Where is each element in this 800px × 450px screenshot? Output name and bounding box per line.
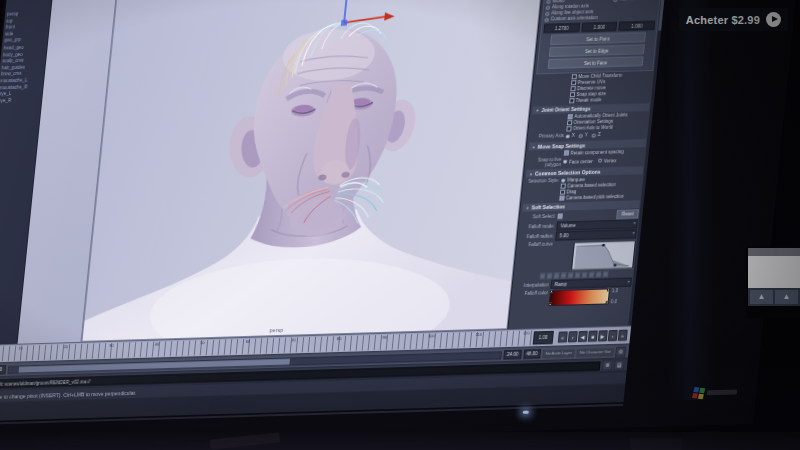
play-icon[interactable]: ▶ — [598, 330, 608, 341]
axis-option-label: World — [552, 0, 564, 4]
outliner-item[interactable]: eye_R — [0, 97, 42, 105]
marquee-radio[interactable] — [561, 178, 565, 182]
option-spacer — [536, 77, 570, 78]
checkbox[interactable] — [569, 98, 574, 103]
stop-icon[interactable]: ■ — [588, 331, 598, 342]
go-to-end-icon[interactable]: » — [618, 330, 628, 341]
radio-button[interactable] — [566, 134, 570, 138]
checkbox[interactable] — [560, 184, 565, 189]
viewport[interactable]: persp — [81, 0, 543, 342]
curve-preset-button[interactable] — [595, 271, 602, 277]
curve-preset-button[interactable] — [574, 272, 581, 278]
character-set-selector[interactable]: No Character Set — [576, 348, 614, 357]
interpolation-label: Interpolation — [514, 282, 548, 288]
axis-option-label: Normal — [620, 0, 635, 2]
checkbox[interactable] — [567, 115, 572, 120]
falloff-color-ramp[interactable] — [548, 288, 610, 306]
purchase-overlay-button[interactable]: Acheter $2.99 — [679, 8, 788, 31]
primary-axis-radio[interactable]: X — [566, 133, 576, 138]
set-button[interactable]: Set to Point — [550, 32, 646, 45]
timeline-tick-label: 30 — [108, 343, 114, 358]
image-thumbnail-icon[interactable]: ▲ — [750, 290, 773, 304]
radio-button[interactable] — [579, 133, 583, 137]
current-frame-field[interactable]: 1.00 — [533, 331, 554, 345]
radio-button[interactable] — [563, 159, 567, 163]
desk — [0, 432, 800, 450]
image-thumbnail-icon[interactable]: ▲ — [775, 290, 798, 304]
falloff-color-label: Falloff color — [514, 290, 548, 296]
radio-button[interactable] — [546, 0, 550, 3]
curve-preset-button[interactable] — [546, 273, 553, 279]
falloff-curve-widget[interactable] — [571, 240, 636, 270]
monitor-logo — [693, 386, 738, 398]
live-option-radio[interactable]: Face center — [563, 158, 593, 164]
radio-button[interactable] — [545, 17, 549, 21]
go-to-start-icon[interactable]: « — [558, 331, 568, 342]
curve-preset-button[interactable] — [553, 273, 560, 279]
secondary-monitor-toolbar — [748, 248, 800, 256]
checkbox[interactable] — [567, 121, 572, 126]
maya-screen: persptopfrontsidegeo_grphead_geobody_geo… — [0, 0, 668, 421]
main-area: persptopfrontsidegeo_grphead_geobody_geo… — [0, 0, 668, 345]
timeline-tick-label: 10 — [17, 346, 23, 361]
radio-button[interactable] — [614, 0, 618, 1]
range-end-field[interactable]: 48.00 — [523, 349, 541, 359]
checkbox[interactable] — [564, 151, 569, 156]
axis-option-row[interactable]: Custom axis orientation — [544, 15, 610, 22]
checkbox[interactable] — [570, 86, 575, 91]
axis-value-field[interactable]: 1.2700 — [543, 23, 580, 33]
step-back-icon[interactable]: ‹ — [568, 331, 578, 342]
desk-object — [210, 432, 281, 449]
checkbox[interactable] — [559, 196, 564, 201]
anim-prefs-icon[interactable]: ⚙ — [615, 346, 626, 356]
checkbox[interactable] — [566, 127, 571, 132]
curve-preset-button[interactable] — [602, 271, 609, 277]
checkbox[interactable] — [570, 92, 575, 97]
axis-value-field[interactable]: 1.000 — [581, 22, 618, 32]
primary-axis-radio[interactable]: Y — [579, 133, 589, 138]
play-backwards-icon[interactable]: ◀ — [578, 331, 588, 342]
axis-value-field[interactable]: 1.000 — [619, 21, 656, 31]
console-icon[interactable]: ≣ — [602, 360, 613, 370]
set-button[interactable]: Set to Edge — [549, 44, 645, 57]
radio-button[interactable] — [598, 158, 602, 162]
anim-layer-selector[interactable]: No Anim Layer — [542, 349, 575, 358]
axis-option-row[interactable]: Normal — [614, 0, 658, 2]
photo-scene: persptopfrontsidegeo_grphead_geobody_geo… — [0, 0, 800, 450]
timeline-tick-label: 120 — [522, 331, 530, 346]
curve-preset-button[interactable] — [567, 272, 574, 278]
option-label: Preserve UVs — [577, 79, 605, 85]
curve-preset-button[interactable] — [560, 272, 567, 278]
soft-select-checkbox[interactable] — [557, 214, 562, 219]
live-option-radio[interactable]: Vertex — [598, 157, 617, 163]
timeline-tick-label: 70 — [290, 338, 296, 353]
option-spacer — [535, 83, 569, 84]
falloff-radius-label: Falloff radius: — [519, 234, 553, 240]
curve-preset-button[interactable] — [588, 272, 595, 278]
option-spacer — [525, 186, 559, 187]
checkbox[interactable] — [572, 74, 577, 79]
timeline-tick-label: 20 — [63, 344, 69, 359]
selection-style-label: Selection Style: — [525, 178, 559, 184]
curve-preset-button[interactable] — [581, 272, 588, 278]
script-editor-icon[interactable]: ▤ — [614, 360, 625, 370]
step-forward-icon[interactable]: › — [608, 330, 618, 341]
ramp-min-value: 0.0 — [610, 299, 617, 304]
set-button[interactable]: Set to Face — [547, 56, 643, 69]
curve-preset-button[interactable] — [539, 273, 546, 279]
collapse-triangle-icon: ▼ — [532, 144, 536, 149]
move-manipulator[interactable] — [340, 0, 399, 26]
primary-axis-radio[interactable]: Z — [592, 132, 601, 137]
option-label: Drag — [566, 189, 576, 194]
playback-start-field[interactable]: 1.00 — [0, 365, 6, 375]
collapse-triangle-icon: ▼ — [529, 171, 533, 176]
option-label: Discrete move — [577, 85, 606, 91]
checkbox[interactable] — [560, 190, 565, 195]
checkbox[interactable] — [571, 80, 576, 85]
reset-button[interactable]: Reset — [616, 209, 639, 219]
radio-button[interactable] — [545, 11, 549, 15]
radio-button[interactable] — [546, 5, 550, 9]
radio-button[interactable] — [592, 133, 596, 137]
option-spacer — [523, 198, 557, 199]
playback-end-field[interactable]: 24.00 — [504, 350, 522, 360]
